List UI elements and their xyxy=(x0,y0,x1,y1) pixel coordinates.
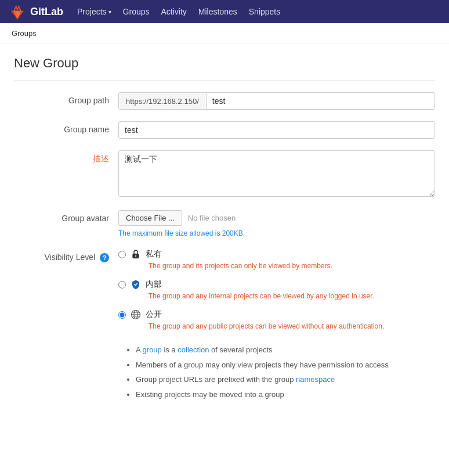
visibility-radio-internal[interactable] xyxy=(118,281,126,289)
group-name-control xyxy=(118,121,435,139)
description-label: 描述 xyxy=(14,150,118,164)
path-prefix: https://192.168.2.150/ xyxy=(119,93,207,109)
shield-icon xyxy=(131,279,141,290)
visibility-label: Visibility Level xyxy=(44,253,95,262)
info-list: A group is a collection of several proje… xyxy=(125,344,435,400)
help-icon[interactable]: ? xyxy=(100,253,109,262)
visibility-label-internal: 内部 xyxy=(146,279,162,290)
chevron-down-icon: ▾ xyxy=(108,9,111,15)
visibility-option-private: 私有 The group and its projects can only b… xyxy=(118,249,435,270)
visibility-desc-internal: The group and any internal projects can … xyxy=(149,292,435,300)
nav-item-milestones[interactable]: Milestones xyxy=(198,7,237,16)
visibility-desc-private: The group and its projects can only be v… xyxy=(149,262,435,270)
globe-icon xyxy=(131,309,141,320)
choose-file-button[interactable]: Choose File ... xyxy=(118,210,182,226)
nav-item-groups[interactable]: Groups xyxy=(123,7,150,16)
nav-item-projects[interactable]: Projects ▾ xyxy=(77,7,111,16)
nav-item-snippets[interactable]: Snippets xyxy=(249,7,280,16)
visibility-options: 私有 The group and its projects can only b… xyxy=(118,249,435,330)
list-item: Members of a group may only view project… xyxy=(136,359,435,371)
group-name-row: Group name xyxy=(14,121,435,139)
visibility-option-public: 公开 The group and any public projects can… xyxy=(118,309,435,330)
page-title: New Group xyxy=(14,56,435,81)
lock-icon xyxy=(131,249,141,259)
main-content: New Group Group path https://192.168.2.1… xyxy=(0,44,449,476)
file-input-group: Choose File ... No file chosen xyxy=(118,210,435,226)
group-path-row: Group path https://192.168.2.150/ xyxy=(14,92,435,110)
new-group-form: Group path https://192.168.2.150/ Group … xyxy=(14,92,435,403)
nav-links: Projects ▾ Groups Activity Milestones Sn… xyxy=(77,7,280,16)
description-row: 描述 测试一下 xyxy=(14,150,435,199)
visibility-desc-public: The group and any public projects can be… xyxy=(149,322,435,330)
breadcrumb: Groups xyxy=(0,23,449,44)
visibility-label-private: 私有 xyxy=(146,249,162,259)
file-hint: The maximum file size allowed is 200KB. xyxy=(118,229,435,237)
visibility-control: 私有 The group and its projects can only b… xyxy=(118,249,435,403)
brand-logo[interactable]: GitLab xyxy=(9,3,63,20)
avatar-control: Choose File ... No file chosen The maxim… xyxy=(118,210,435,237)
description-control: 测试一下 xyxy=(118,150,435,199)
brand-name: GitLab xyxy=(30,6,63,18)
avatar-row: Group avatar Choose File ... No file cho… xyxy=(14,210,435,237)
svg-point-1 xyxy=(135,255,136,257)
list-item: A group is a collection of several proje… xyxy=(136,344,435,356)
path-input-group: https://192.168.2.150/ xyxy=(118,92,435,110)
visibility-label-wrap: Visibility Level ? xyxy=(14,249,118,262)
visibility-radio-public[interactable] xyxy=(118,311,126,319)
visibility-radio-private[interactable] xyxy=(118,251,126,258)
visibility-row: Visibility Level ? xyxy=(14,249,435,403)
group-name-input[interactable] xyxy=(118,121,435,139)
group-path-control: https://192.168.2.150/ xyxy=(118,92,435,110)
visibility-option-internal: 内部 The group and any internal projects c… xyxy=(118,279,435,300)
nav-item-activity[interactable]: Activity xyxy=(161,7,187,16)
group-name-label: Group name xyxy=(14,121,118,134)
group-path-input[interactable] xyxy=(207,93,434,109)
visibility-label-public: 公开 xyxy=(146,309,162,320)
avatar-label: Group avatar xyxy=(14,210,118,223)
navbar: GitLab Projects ▾ Groups Activity Milest… xyxy=(0,0,449,23)
no-file-text: No file chosen xyxy=(188,214,236,222)
description-textarea[interactable]: 测试一下 xyxy=(118,150,435,197)
breadcrumb-link[interactable]: Groups xyxy=(12,29,37,38)
list-item: Group project URLs are prefixed with the… xyxy=(136,374,435,385)
group-path-label: Group path xyxy=(14,92,118,105)
list-item: Existing projects may be moved into a gr… xyxy=(136,389,435,401)
